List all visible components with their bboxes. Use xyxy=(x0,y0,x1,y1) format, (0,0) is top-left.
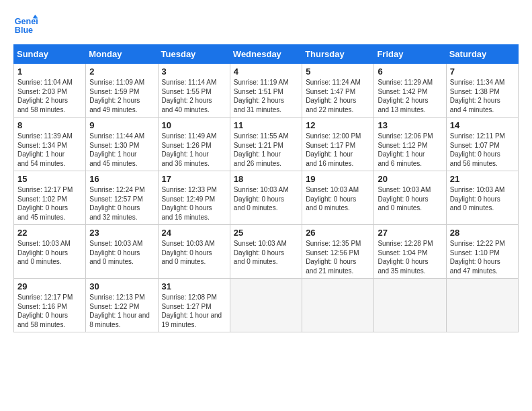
calendar-cell: 18Sunrise: 10:03 AM Daylight: 0 hours an… xyxy=(230,171,302,225)
calendar-cell: 3Sunrise: 11:14 AM Sunset: 1:55 PM Dayli… xyxy=(158,64,230,118)
calendar-cell: 23Sunset: 10:03 AM Daylight: 0 hours and… xyxy=(86,225,158,279)
calendar-body: 1Sunrise: 11:04 AM Sunset: 2:03 PM Dayli… xyxy=(14,64,519,332)
calendar-cell: 11Sunrise: 11:55 AM Sunset: 1:21 PM Dayl… xyxy=(230,118,302,171)
day-info: Sunrise: 11:09 AM Sunset: 1:59 PM Daylig… xyxy=(89,78,154,114)
day-info: Sunrise: 11:29 AM Sunset: 1:42 PM Daylig… xyxy=(378,78,442,114)
calendar-cell: 29Sunrise: 12:17 PM Sunset: 1:16 PM Dayl… xyxy=(14,279,86,332)
calendar-cell: 2Sunrise: 11:09 AM Sunset: 1:59 PM Dayli… xyxy=(86,64,158,118)
calendar-week-5: 29Sunrise: 12:17 PM Sunset: 1:16 PM Dayl… xyxy=(14,279,519,332)
day-info: Sunset: 10:03 AM Daylight: 0 hours and 0… xyxy=(89,239,154,267)
day-info: Sunrise: 12:17 PM Sunset: 1:02 PM Daylig… xyxy=(17,185,82,222)
day-number: 10 xyxy=(162,120,226,130)
calendar-cell xyxy=(446,279,518,332)
day-number: 24 xyxy=(162,228,226,238)
day-info: Sunset: 10:03 AM Daylight: 0 hours and 0… xyxy=(378,185,442,213)
calendar-week-1: 1Sunrise: 11:04 AM Sunset: 2:03 PM Dayli… xyxy=(14,64,519,118)
day-number: 27 xyxy=(378,228,442,238)
calendar-header-sunday: Sunday xyxy=(14,45,86,64)
calendar-cell: 26Sunrise: 12:35 PM Sunset: 12:56 PM Day… xyxy=(302,225,374,279)
day-number: 23 xyxy=(89,228,154,238)
calendar-cell xyxy=(230,279,302,332)
calendar-cell: 13Sunrise: 12:06 PM Sunset: 1:12 PM Dayl… xyxy=(374,118,446,171)
day-info: Sunrise: 12:35 PM Sunset: 12:56 PM Dayli… xyxy=(306,239,370,275)
calendar-table: SundayMondayTuesdayWednesdayThursdayFrid… xyxy=(13,44,519,332)
day-info: Sunset: 10:03 AM Daylight: 0 hours and 0… xyxy=(17,239,82,267)
day-number: 3 xyxy=(162,66,226,77)
day-number: 22 xyxy=(17,228,82,238)
day-number: 25 xyxy=(234,228,298,238)
day-number: 28 xyxy=(450,228,515,238)
calendar-cell xyxy=(302,279,374,332)
day-info: Sunrise: 12:11 PM Sunset: 1:07 PM Daylig… xyxy=(450,132,515,168)
logo-icon: General Blue xyxy=(13,13,38,38)
calendar-cell: 28Sunrise: 12:22 PM Sunset: 1:10 PM Dayl… xyxy=(446,225,518,279)
day-number: 1 xyxy=(17,66,82,77)
day-info: Sunrise: 11:55 AM Sunset: 1:21 PM Daylig… xyxy=(234,132,298,168)
calendar-cell: 17Sunrise: 12:33 PM Sunset: 12:49 PM Day… xyxy=(158,171,230,225)
day-info: Sunset: 10:03 AM Daylight: 0 hours and 0… xyxy=(234,239,298,267)
calendar-header-wednesday: Wednesday xyxy=(230,45,302,64)
day-info: Sunrise: 12:24 PM Sunset: 12:57 PM Dayli… xyxy=(89,185,154,222)
calendar-cell: 14Sunrise: 12:11 PM Sunset: 1:07 PM Dayl… xyxy=(446,118,518,171)
calendar-cell: 7Sunrise: 11:34 AM Sunset: 1:38 PM Dayli… xyxy=(446,64,518,118)
day-number: 2 xyxy=(89,66,154,77)
day-number: 26 xyxy=(306,228,370,238)
day-info: Sunrise: 11:24 AM Sunset: 1:47 PM Daylig… xyxy=(306,78,370,114)
calendar-cell: 20Sunset: 10:03 AM Daylight: 0 hours and… xyxy=(374,171,446,225)
day-number: 29 xyxy=(17,281,82,291)
calendar-week-4: 22Sunset: 10:03 AM Daylight: 0 hours and… xyxy=(14,225,519,279)
day-info: Sunrise: 11:34 AM Sunset: 1:38 PM Daylig… xyxy=(450,78,515,114)
calendar-cell: 10Sunrise: 11:49 AM Sunset: 1:26 PM Dayl… xyxy=(158,118,230,171)
calendar-cell: 30Sunrise: 12:13 PM Sunset: 1:22 PM Dayl… xyxy=(86,279,158,332)
day-info: Sunrise: 11:44 AM Sunset: 1:30 PM Daylig… xyxy=(89,132,154,168)
calendar-cell: 22Sunset: 10:03 AM Daylight: 0 hours and… xyxy=(14,225,86,279)
day-number: 17 xyxy=(162,174,226,184)
calendar-cell xyxy=(374,279,446,332)
day-info: Sunset: 10:03 AM Daylight: 0 hours and 0… xyxy=(306,185,370,213)
day-number: 4 xyxy=(234,66,298,77)
calendar-cell: 31Sunrise: 12:08 PM Sunset: 1:27 PM Dayl… xyxy=(158,279,230,332)
day-number: 18 xyxy=(234,174,298,184)
day-info: Sunrise: 11:19 AM Sunset: 1:51 PM Daylig… xyxy=(234,78,298,114)
day-number: 19 xyxy=(306,174,370,184)
day-number: 30 xyxy=(89,281,154,291)
day-number: 12 xyxy=(306,120,370,130)
day-info: Sunrise: 12:17 PM Sunset: 1:16 PM Daylig… xyxy=(17,293,82,329)
calendar-cell: 21Sunrise: 10:03 AM Daylight: 0 hours an… xyxy=(446,171,518,225)
day-number: 7 xyxy=(450,66,515,77)
day-info: Sunrise: 12:00 PM Sunset: 1:17 PM Daylig… xyxy=(306,132,370,168)
day-number: 11 xyxy=(234,120,298,130)
calendar-cell: 9Sunrise: 11:44 AM Sunset: 1:30 PM Dayli… xyxy=(86,118,158,171)
day-info: Sunrise: 10:03 AM Daylight: 0 hours and … xyxy=(234,185,298,213)
day-info: Sunrise: 12:22 PM Sunset: 1:10 PM Daylig… xyxy=(450,239,515,275)
day-info: Sunrise: 12:28 PM Sunset: 1:04 PM Daylig… xyxy=(378,239,442,275)
day-info: Sunrise: 11:14 AM Sunset: 1:55 PM Daylig… xyxy=(162,78,226,114)
day-info: Sunrise: 12:13 PM Sunset: 1:22 PM Daylig… xyxy=(89,293,154,329)
day-number: 5 xyxy=(306,66,370,77)
day-number: 14 xyxy=(450,120,515,130)
calendar-cell: 5Sunrise: 11:24 AM Sunset: 1:47 PM Dayli… xyxy=(302,64,374,118)
day-number: 21 xyxy=(450,174,515,184)
calendar-cell: 4Sunrise: 11:19 AM Sunset: 1:51 PM Dayli… xyxy=(230,64,302,118)
day-number: 31 xyxy=(162,281,226,291)
calendar-header-monday: Monday xyxy=(86,45,158,64)
calendar-week-3: 15Sunrise: 12:17 PM Sunset: 1:02 PM Dayl… xyxy=(14,171,519,225)
day-number: 20 xyxy=(378,174,442,184)
calendar-cell: 27Sunrise: 12:28 PM Sunset: 1:04 PM Dayl… xyxy=(374,225,446,279)
calendar-header-thursday: Thursday xyxy=(302,45,374,64)
calendar-cell: 19Sunset: 10:03 AM Daylight: 0 hours and… xyxy=(302,171,374,225)
day-info: Sunrise: 11:49 AM Sunset: 1:26 PM Daylig… xyxy=(162,132,226,168)
day-info: Sunrise: 10:03 AM Daylight: 0 hours and … xyxy=(450,185,515,213)
page-header: General Blue xyxy=(13,13,519,38)
calendar-cell: 12Sunrise: 12:00 PM Sunset: 1:17 PM Dayl… xyxy=(302,118,374,171)
day-number: 16 xyxy=(89,174,154,184)
day-number: 8 xyxy=(17,120,82,130)
calendar-cell: 24Sunset: 10:03 AM Daylight: 0 hours and… xyxy=(158,225,230,279)
day-info: Sunset: 10:03 AM Daylight: 0 hours and 0… xyxy=(162,239,226,267)
day-number: 13 xyxy=(378,120,442,130)
svg-text:Blue: Blue xyxy=(15,26,33,35)
day-number: 15 xyxy=(17,174,82,184)
day-info: Sunrise: 12:08 PM Sunset: 1:27 PM Daylig… xyxy=(162,293,226,329)
calendar-week-2: 8Sunrise: 11:39 AM Sunset: 1:34 PM Dayli… xyxy=(14,118,519,171)
calendar-header-friday: Friday xyxy=(374,45,446,64)
